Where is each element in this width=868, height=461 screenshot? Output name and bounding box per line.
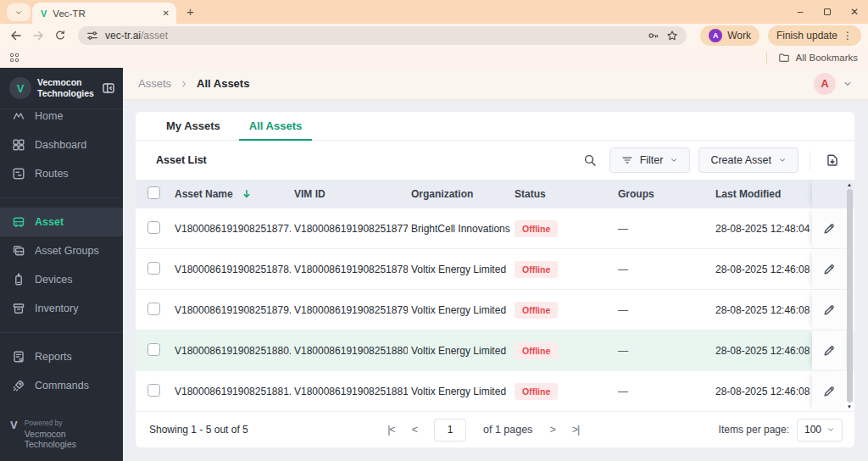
sidebar-item-label: Dashboard	[35, 139, 86, 151]
sidebar-item-home[interactable]: Home	[0, 109, 123, 131]
column-groups[interactable]: Groups	[615, 188, 712, 200]
scrollbar-thumb[interactable]	[847, 189, 853, 403]
column-last-modified[interactable]: Last Modified	[712, 188, 812, 200]
tab-all-assets[interactable]: All Assets	[239, 112, 312, 141]
tab-close-icon[interactable]: ✕	[163, 8, 170, 18]
new-tab-button[interactable]: +	[186, 4, 194, 19]
tab-search-button[interactable]	[7, 3, 31, 21]
column-vim-id[interactable]: VIM ID	[291, 188, 408, 200]
filter-button[interactable]: Filter	[609, 147, 691, 173]
back-icon	[9, 29, 23, 42]
dashboard-icon	[12, 138, 25, 152]
table-scrollbar[interactable]: ▲ ▼	[845, 181, 854, 410]
prev-page-button[interactable]: <	[412, 424, 417, 436]
page-number-input[interactable]: 1	[434, 419, 466, 442]
status-badge: Offline	[515, 383, 558, 400]
items-per-page-label: Items per page:	[719, 424, 789, 436]
row-checkbox[interactable]	[147, 262, 160, 275]
last-modified-cell: 28-08-2025 12:46:08	[712, 304, 812, 316]
sidebar-item-label: Devices	[35, 274, 72, 286]
actions-cell	[812, 330, 846, 370]
table-row[interactable]: V1800086191908251880...V1800086191908251…	[136, 330, 854, 371]
status-badge: Offline	[515, 261, 558, 278]
collapse-sidebar-icon[interactable]	[102, 81, 115, 95]
last-modified-cell: 28-08-2025 12:48:04	[712, 223, 812, 235]
tab-title: Vec-TR	[53, 8, 162, 19]
list-toolbar: Asset List Filter Create Asset	[136, 141, 854, 180]
folder-icon	[778, 52, 790, 64]
breadcrumb-assets[interactable]: Assets	[138, 77, 171, 90]
row-checkbox[interactable]	[147, 343, 160, 356]
edit-icon[interactable]	[822, 263, 836, 276]
sidebar-item-label: Asset	[35, 216, 64, 228]
column-asset-name[interactable]: Asset Name	[175, 188, 233, 200]
profile-chip[interactable]: A Work	[700, 25, 760, 46]
groups-cell: —	[615, 345, 712, 357]
column-status[interactable]: Status	[511, 188, 615, 200]
edit-icon[interactable]	[822, 303, 836, 317]
search-icon	[583, 153, 597, 167]
items-per-page-select[interactable]: 100	[797, 419, 843, 442]
account-chevron-icon[interactable]	[843, 79, 853, 89]
sidebar-item-asset[interactable]: Asset	[0, 208, 123, 236]
maximize-button[interactable]	[814, 0, 841, 24]
table-row[interactable]: V1800086191908251881...V1800086191908251…	[136, 371, 854, 412]
sidebar-item-inventory[interactable]: Inventory	[0, 294, 123, 323]
chevron-down-icon	[14, 8, 23, 17]
sidebar-item-reports[interactable]: Reports	[0, 342, 123, 371]
minimize-button[interactable]: –	[787, 0, 814, 24]
export-file-icon	[826, 153, 839, 167]
table-header-row: Asset Name VIM ID Organization Status Gr…	[136, 180, 854, 208]
row-checkbox[interactable]	[147, 384, 160, 397]
edit-icon[interactable]	[822, 344, 836, 358]
sidebar-item-commands[interactable]: Commands	[0, 371, 123, 400]
edit-icon[interactable]	[822, 385, 836, 398]
brand-name: Vecmocon Technologies	[37, 77, 96, 98]
close-button[interactable]: ✕	[841, 0, 868, 24]
browser-tab[interactable]: V Vec-TR ✕	[32, 3, 176, 24]
reload-button[interactable]	[51, 26, 70, 45]
row-checkbox[interactable]	[147, 303, 160, 315]
edit-icon[interactable]	[822, 222, 836, 236]
asset-name-cell: V1800086191908251880...	[171, 345, 291, 357]
search-button[interactable]	[579, 149, 601, 171]
column-actions	[812, 180, 846, 208]
groups-cell: —	[615, 264, 712, 275]
forward-button[interactable]	[29, 26, 47, 45]
tab-groups-icon[interactable]	[10, 53, 19, 62]
all-bookmarks-button[interactable]: All Bookmarks	[796, 53, 859, 63]
bookmark-star-icon[interactable]	[666, 30, 678, 42]
site-settings-icon[interactable]	[86, 30, 98, 42]
browser-menu-icon[interactable]: ⋮	[843, 30, 853, 42]
sidebar-item-routes[interactable]: Routes	[0, 159, 123, 188]
table-row[interactable]: V1800086191908251879...V1800086191908251…	[136, 290, 854, 330]
select-all-checkbox[interactable]	[147, 186, 160, 199]
first-page-button[interactable]: |<	[387, 424, 395, 436]
scroll-down-icon[interactable]: ▼	[847, 403, 852, 410]
column-organization[interactable]: Organization	[408, 188, 511, 200]
user-avatar[interactable]: A	[814, 73, 836, 95]
next-page-button[interactable]: >	[549, 424, 554, 436]
table-row[interactable]: V1800086191908251878...V1800086191908251…	[136, 249, 854, 290]
last-page-button[interactable]: >|	[572, 424, 580, 436]
sidebar-item-devices[interactable]: Devices	[0, 265, 123, 294]
sidebar-item-asset-groups[interactable]: Asset Groups	[0, 236, 123, 265]
powered-by-label: Powered by	[25, 419, 113, 427]
row-checkbox[interactable]	[147, 221, 160, 234]
key-icon[interactable]	[648, 30, 659, 42]
table-row[interactable]: V1800086191908251877...V1800086191908251…	[136, 208, 854, 249]
address-bar[interactable]: vec-tr.ai/asset	[78, 26, 687, 45]
last-modified-cell: 28-08-2025 12:46:08	[712, 264, 812, 275]
organization-cell: Voltix Energy Limited	[408, 386, 511, 397]
sidebar-item-label: Inventory	[35, 303, 78, 314]
sidebar-item-dashboard[interactable]: Dashboard	[0, 131, 123, 159]
back-button[interactable]	[7, 26, 25, 45]
finish-update-button[interactable]: Finish update ⋮	[768, 25, 861, 46]
organization-cell: BrightCell Innovations	[408, 223, 511, 235]
export-button[interactable]	[821, 149, 843, 171]
sort-desc-icon[interactable]	[241, 188, 253, 200]
organization-cell: Voltix Energy Limited	[408, 304, 511, 316]
tab-my-assets[interactable]: My Assets	[156, 112, 231, 140]
scroll-up-icon[interactable]: ▲	[847, 181, 852, 188]
create-asset-button[interactable]: Create Asset	[698, 147, 798, 173]
